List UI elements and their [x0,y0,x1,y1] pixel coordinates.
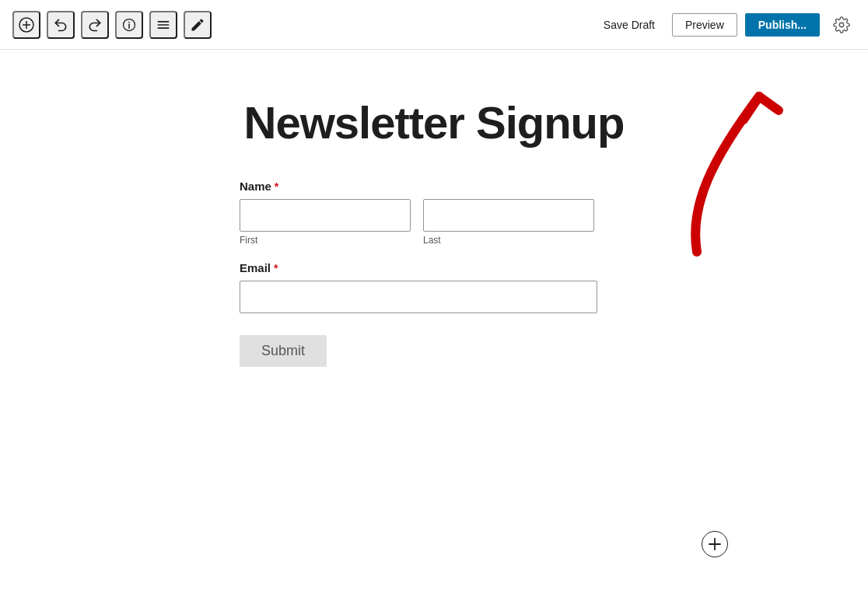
publish-button[interactable]: Publish... [745,13,820,37]
list-view-button[interactable] [149,11,177,39]
page-title: Newsletter Signup [244,96,625,148]
email-input[interactable] [240,281,597,313]
content-area: Newsletter Signup Name * First Last [0,50,868,604]
edit-button[interactable] [184,11,212,39]
first-name-input[interactable] [240,199,411,232]
last-name-group: Last [423,199,594,246]
toolbar-left [12,11,594,39]
undo-button[interactable] [47,11,75,39]
redo-button[interactable] [81,11,109,39]
info-button[interactable] [115,11,143,39]
name-field: Name * First Last [240,180,628,246]
email-field: Email * [240,261,628,313]
save-draft-button[interactable]: Save Draft [594,14,664,36]
name-inputs: First Last [240,199,628,246]
settings-button[interactable] [828,11,856,39]
add-block-bottom-button[interactable] [702,531,728,557]
svg-point-5 [128,21,130,23]
first-name-label: First [240,235,411,246]
last-name-label: Last [423,235,594,246]
name-label: Name * [240,180,628,193]
name-required-star: * [275,180,278,193]
email-label: Email * [240,261,628,274]
add-block-toolbar-button[interactable] [12,11,40,39]
email-required-star: * [274,262,278,274]
last-name-input[interactable] [423,199,594,232]
arrow-annotation [650,65,806,267]
toolbar: Save Draft Preview Publish... [0,0,868,50]
submit-button[interactable]: Submit [240,335,327,367]
toolbar-right: Save Draft Preview Publish... [594,11,856,39]
preview-button[interactable]: Preview [672,13,737,37]
first-name-group: First [240,199,411,246]
form-container: Name * First Last Email * [240,180,628,367]
